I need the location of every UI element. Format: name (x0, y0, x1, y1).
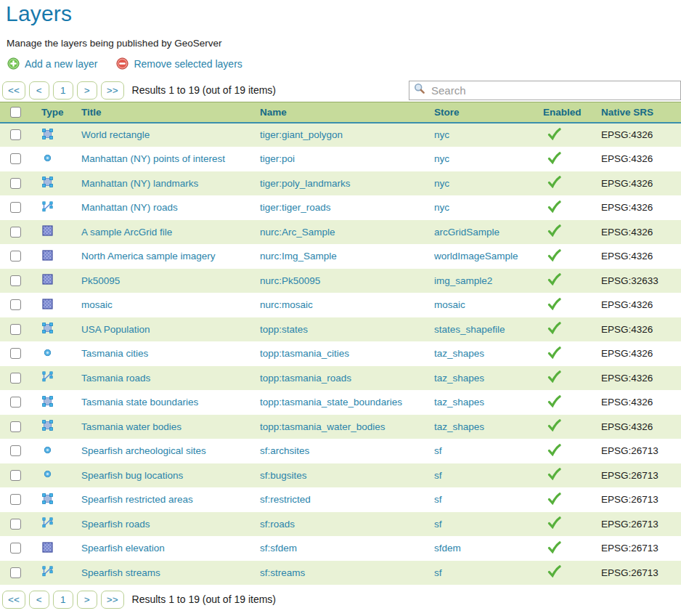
pager-last-button[interactable]: >> (101, 81, 124, 100)
layer-name-link[interactable]: tiger:giant_polygon (260, 129, 343, 140)
pager-prev-button[interactable]: < (29, 591, 49, 609)
layer-title-link[interactable]: Spearfish restricted areas (81, 494, 193, 505)
store-link[interactable]: sf (434, 494, 442, 505)
store-link[interactable]: worldImageSample (434, 251, 518, 262)
store-link[interactable]: nyc (434, 202, 449, 213)
pager-next-button[interactable]: > (77, 81, 97, 100)
store-link[interactable]: nyc (434, 129, 449, 140)
enabled-check-icon (547, 200, 561, 213)
layer-name-link[interactable]: sf:restricted (260, 494, 311, 505)
layer-title-link[interactable]: Spearfish roads (81, 519, 150, 530)
row-checkbox[interactable] (10, 275, 21, 286)
row-checkbox[interactable] (10, 519, 21, 530)
layer-title-link[interactable]: World rectangle (81, 129, 150, 140)
point-icon (41, 152, 54, 164)
layer-title-link[interactable]: Manhattan (NY) points of interest (81, 153, 225, 164)
layer-name-link[interactable]: topp:tasmania_water_bodies (260, 421, 386, 432)
layer-title-link[interactable]: Manhattan (NY) roads (81, 202, 178, 213)
pager-next-button[interactable]: > (77, 591, 97, 609)
layer-name-link[interactable]: nurc:Pk50095 (260, 275, 320, 286)
store-link[interactable]: sf (434, 519, 442, 530)
layer-title-link[interactable]: North America sample imagery (81, 251, 216, 262)
pager-first-button[interactable]: << (2, 81, 25, 100)
layer-title-link[interactable]: A sample ArcGrid file (81, 227, 172, 238)
row-checkbox[interactable] (10, 251, 21, 262)
add-layer-button[interactable]: Add a new layer (7, 57, 97, 70)
layer-title-link[interactable]: Tasmania roads (81, 373, 150, 384)
select-all-checkbox[interactable] (10, 107, 21, 118)
store-link[interactable]: arcGridSample (434, 227, 499, 238)
row-checkbox[interactable] (10, 299, 21, 310)
row-checkbox[interactable] (10, 153, 21, 164)
layer-name-link[interactable]: sf:roads (260, 519, 295, 530)
layer-name-link[interactable]: nurc:mosaic (260, 299, 313, 310)
store-link[interactable]: taz_shapes (434, 397, 484, 408)
layer-title-link[interactable]: Tasmania cities (81, 348, 148, 359)
remove-layers-button[interactable]: Remove selected layers (116, 57, 242, 70)
layer-name-link[interactable]: topp:states (260, 324, 308, 335)
row-checkbox[interactable] (10, 543, 21, 554)
layer-name-link[interactable]: tiger:poi (260, 153, 295, 164)
layer-title-link[interactable]: Manhattan (NY) landmarks (81, 178, 198, 189)
layer-name-link[interactable]: topp:tasmania_cities (260, 348, 349, 359)
layer-name-link[interactable]: topp:tasmania_roads (260, 373, 351, 384)
row-checkbox[interactable] (10, 348, 21, 359)
row-checkbox[interactable] (10, 567, 21, 578)
row-checkbox[interactable] (10, 129, 21, 140)
row-checkbox[interactable] (10, 202, 21, 213)
layer-name-link[interactable]: nurc:Img_Sample (260, 251, 337, 262)
layer-name-link[interactable]: sf:streams (260, 567, 305, 578)
store-link[interactable]: img_sample2 (434, 275, 492, 286)
header-enabled[interactable]: Enabled (543, 107, 582, 118)
header-type[interactable]: Type (41, 107, 64, 118)
pager-last-button[interactable]: >> (101, 591, 124, 609)
layer-name-link[interactable]: topp:tasmania_state_boundaries (260, 397, 402, 408)
store-link[interactable]: sfdem (434, 543, 461, 554)
header-title[interactable]: Title (81, 107, 102, 118)
layer-title-link[interactable]: Pk50095 (81, 275, 120, 286)
row-checkbox[interactable] (10, 373, 21, 384)
header-name[interactable]: Name (260, 107, 287, 118)
store-link[interactable]: states_shapefile (434, 324, 505, 335)
layer-title-link[interactable]: Spearfish archeological sites (81, 445, 206, 456)
layer-title-link[interactable]: Spearfish streams (81, 567, 160, 578)
pager-page-button[interactable]: 1 (53, 81, 73, 100)
store-link[interactable]: taz_shapes (434, 348, 484, 359)
row-checkbox[interactable] (10, 421, 21, 432)
row-checkbox[interactable] (10, 397, 21, 408)
pager-prev-button[interactable]: < (29, 81, 49, 100)
table-row: Manhattan (NY) points of interesttiger:p… (0, 147, 681, 171)
row-checkbox[interactable] (10, 445, 21, 456)
layer-name-link[interactable]: tiger:tiger_roads (260, 202, 331, 213)
pager-first-button[interactable]: << (2, 591, 25, 609)
store-link[interactable]: nyc (434, 153, 449, 164)
layer-name-link[interactable]: sf:archsites (260, 445, 309, 456)
store-link[interactable]: sf (434, 470, 442, 481)
layer-title-link[interactable]: USA Population (81, 324, 150, 335)
layer-name-link[interactable]: sf:sfdem (260, 543, 297, 554)
store-link[interactable]: taz_shapes (434, 373, 484, 384)
row-checkbox[interactable] (10, 470, 21, 481)
layer-name-link[interactable]: tiger:poly_landmarks (260, 178, 351, 189)
layer-title-link[interactable]: mosaic (81, 299, 113, 310)
layer-name-link[interactable]: sf:bugsites (260, 470, 307, 481)
layer-title-link[interactable]: Tasmania water bodies (81, 421, 182, 432)
row-checkbox[interactable] (10, 494, 21, 505)
store-link[interactable]: mosaic (434, 299, 465, 310)
raster-icon (41, 224, 54, 237)
store-link[interactable]: taz_shapes (434, 421, 484, 432)
layer-title-link[interactable]: Tasmania state boundaries (81, 397, 198, 408)
search-input[interactable] (425, 81, 676, 100)
layer-title-link[interactable]: Spearfish elevation (81, 543, 165, 554)
layer-title-link[interactable]: Spearfish bug locations (81, 470, 183, 481)
table-row: Spearfish archeological sitessf:archsite… (0, 439, 681, 463)
store-link[interactable]: nyc (434, 178, 449, 189)
store-link[interactable]: sf (434, 445, 442, 456)
store-link[interactable]: sf (434, 567, 442, 578)
header-store[interactable]: Store (434, 107, 460, 118)
layer-name-link[interactable]: nurc:Arc_Sample (260, 227, 335, 238)
row-checkbox[interactable] (10, 324, 21, 335)
row-checkbox[interactable] (10, 227, 21, 238)
row-checkbox[interactable] (10, 178, 21, 189)
pager-page-button[interactable]: 1 (53, 591, 73, 609)
